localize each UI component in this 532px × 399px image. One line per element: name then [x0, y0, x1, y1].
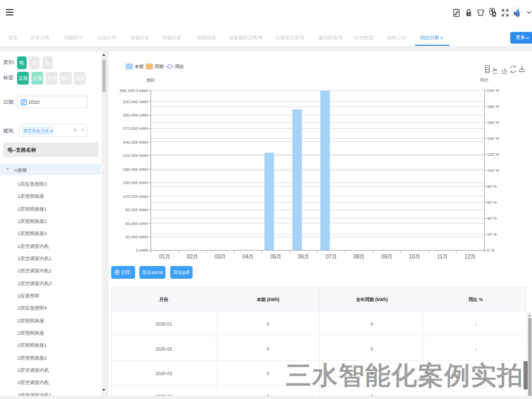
svg-text:300,000 kWh: 300,000 kWh: [123, 113, 148, 118]
svg-text:10月: 10月: [409, 254, 420, 260]
svg-text:120,000 kWh: 120,000 kWh: [123, 194, 148, 199]
svg-text:0 %: 0 %: [487, 248, 495, 253]
svg-text:150,000 kWh: 150,000 kWh: [123, 180, 148, 185]
svg-text:02月: 02月: [187, 254, 198, 260]
svg-text:330,000 kWh: 330,000 kWh: [123, 99, 148, 104]
svg-text:240,000 kWh: 240,000 kWh: [123, 140, 148, 145]
svg-text:80 %: 80 %: [487, 184, 497, 189]
svg-text:210,000 kWh: 210,000 kWh: [123, 153, 148, 158]
svg-text:06月: 06月: [298, 254, 309, 260]
svg-text:同期: 同期: [155, 64, 164, 69]
svg-text:30,000 kWh: 30,000 kWh: [125, 235, 148, 239]
svg-text:180 %: 180 %: [487, 104, 500, 109]
svg-text:11月: 11月: [437, 254, 447, 260]
svg-text:354,299.3 kWh: 354,299.3 kWh: [119, 88, 148, 93]
svg-text:120 %: 120 %: [487, 152, 500, 157]
svg-text:01月: 01月: [159, 254, 170, 260]
svg-text:270,000 kWh: 270,000 kWh: [123, 126, 148, 131]
svg-text:60 %: 60 %: [487, 200, 497, 205]
svg-text:20 %: 20 %: [487, 232, 497, 237]
svg-text:本期: 本期: [135, 64, 144, 69]
svg-text:160 %: 160 %: [487, 120, 500, 125]
svg-text:08月: 08月: [353, 254, 364, 260]
svg-text:能耗: 能耗: [147, 78, 155, 82]
svg-text:60,000 kWh: 60,000 kWh: [125, 221, 148, 226]
svg-text:同比: 同比: [175, 64, 185, 69]
svg-text:200 %: 200 %: [487, 88, 500, 93]
svg-text:05月: 05月: [270, 254, 281, 260]
svg-text:A: A: [493, 12, 495, 16]
svg-text:0 kWh: 0 kWh: [136, 248, 148, 253]
svg-text:90,000 kWh: 90,000 kWh: [125, 207, 148, 212]
svg-text:同比: 同比: [480, 78, 488, 82]
svg-text:09月: 09月: [381, 254, 393, 260]
svg-text:100 %: 100 %: [487, 168, 500, 173]
svg-text:12月: 12月: [464, 254, 476, 260]
svg-text:04月: 04月: [243, 254, 254, 260]
svg-text:40 %: 40 %: [487, 216, 497, 221]
svg-text:140 %: 140 %: [487, 136, 500, 141]
svg-text:07月: 07月: [326, 254, 337, 260]
svg-text:03月: 03月: [214, 254, 226, 260]
svg-text:180,000 kWh: 180,000 kWh: [123, 167, 148, 172]
